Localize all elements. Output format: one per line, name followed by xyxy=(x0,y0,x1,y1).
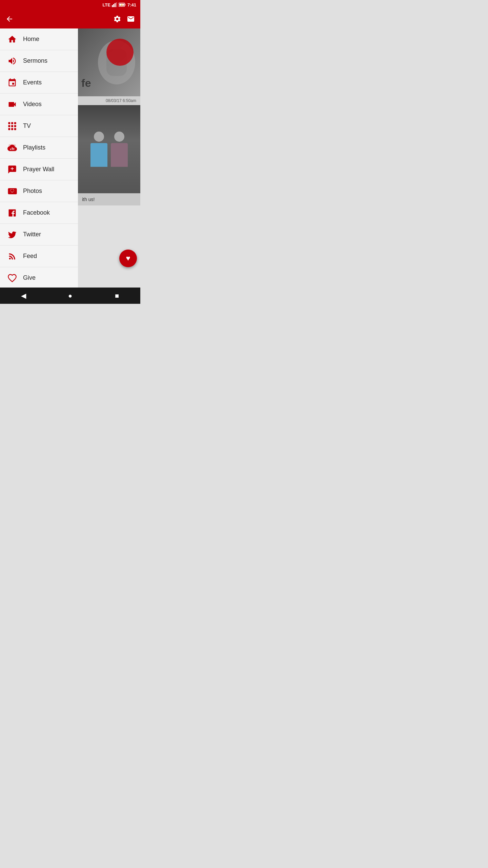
person-2 xyxy=(111,132,128,167)
person-2-body xyxy=(111,143,128,167)
nav-square-button[interactable]: ■ xyxy=(107,288,127,304)
sidebar-item-give[interactable]: Give xyxy=(0,267,78,288)
prayer-wall-label: Prayer Wall xyxy=(23,166,54,173)
photos-label: Photos xyxy=(23,188,42,195)
back-button[interactable] xyxy=(5,15,14,23)
events-label: Events xyxy=(23,79,42,86)
svg-rect-12 xyxy=(11,122,13,124)
person-1-body xyxy=(90,143,107,167)
svg-rect-19 xyxy=(14,128,16,130)
sidebar-item-events[interactable]: Events xyxy=(0,72,78,94)
toolbar-actions xyxy=(113,15,135,23)
nav-home-button[interactable]: ● xyxy=(60,288,80,304)
sidebar-item-prayer-wall[interactable]: Prayer Wall xyxy=(0,159,78,180)
svg-rect-5 xyxy=(125,4,125,6)
content-timestamp: 08/03/17 6:50am xyxy=(78,96,140,105)
svg-rect-30 xyxy=(10,188,14,189)
svg-rect-3 xyxy=(116,2,117,7)
sidebar-item-twitter[interactable]: Twitter xyxy=(0,224,78,245)
nav-back-button[interactable]: ◀ xyxy=(13,288,34,304)
person-1-head xyxy=(94,132,104,142)
hero-image: fe xyxy=(78,28,140,96)
people-silhouette xyxy=(90,132,128,167)
sermons-icon xyxy=(6,56,18,66)
videos-icon xyxy=(6,100,18,109)
svg-rect-22 xyxy=(14,148,14,150)
bottom-navigation: ◀ ● ■ xyxy=(0,288,140,304)
sidebar-item-tv[interactable]: TV xyxy=(0,115,78,137)
person-1 xyxy=(90,132,107,167)
hero-text: fe xyxy=(81,77,91,90)
status-bar: LTE ⚡ 7:41 xyxy=(0,0,140,9)
feed-label: Feed xyxy=(23,253,37,260)
photo-card xyxy=(78,105,140,193)
svg-rect-16 xyxy=(14,125,16,127)
status-icons: LTE ⚡ 7:41 xyxy=(102,2,136,7)
content-caption: ith us! xyxy=(78,193,140,205)
person-2-head xyxy=(114,132,124,142)
home-icon xyxy=(6,35,18,44)
main-content: Home Sermons Events xyxy=(0,28,140,288)
svg-rect-20 xyxy=(10,149,11,150)
sidebar-item-facebook[interactable]: Facebook xyxy=(0,202,78,224)
sidebar-item-playlists[interactable]: Playlists xyxy=(0,137,78,159)
svg-text:⚡: ⚡ xyxy=(120,3,123,6)
tv-label: TV xyxy=(23,122,31,130)
settings-button[interactable] xyxy=(113,15,121,23)
signal-indicator: LTE xyxy=(102,2,110,7)
svg-rect-15 xyxy=(11,125,13,127)
home-label: Home xyxy=(23,36,39,43)
feed-icon xyxy=(6,252,18,261)
right-content-panel: fe 08/03/17 6:50am ith us! xyxy=(78,28,140,288)
tv-icon xyxy=(6,121,18,131)
svg-rect-11 xyxy=(8,122,10,124)
playlists-label: Playlists xyxy=(23,144,45,151)
svg-rect-24 xyxy=(11,168,14,169)
heart-icon: ♥ xyxy=(126,254,130,263)
svg-rect-1 xyxy=(113,4,114,7)
svg-rect-0 xyxy=(112,5,113,7)
twitter-icon xyxy=(6,230,18,239)
sidebar-item-photos[interactable]: Photos xyxy=(0,180,78,202)
playlists-icon xyxy=(6,143,18,153)
time-display: 7:41 xyxy=(127,2,136,7)
facebook-icon xyxy=(6,208,18,218)
svg-rect-2 xyxy=(115,3,116,7)
signal-bars-icon xyxy=(112,2,117,7)
sidebar-item-sermons[interactable]: Sermons xyxy=(0,50,78,72)
facebook-label: Facebook xyxy=(23,209,50,216)
give-label: Give xyxy=(23,274,36,281)
svg-rect-18 xyxy=(11,128,13,130)
svg-rect-21 xyxy=(12,147,13,150)
svg-rect-17 xyxy=(8,128,10,130)
prayer-wall-icon xyxy=(6,165,18,174)
sidebar-drawer: Home Sermons Events xyxy=(0,28,78,288)
battery-icon: ⚡ xyxy=(119,2,126,7)
photo-background xyxy=(78,105,140,193)
sidebar-item-videos[interactable]: Videos xyxy=(0,94,78,115)
mail-button[interactable] xyxy=(127,15,135,23)
svg-rect-13 xyxy=(14,122,16,124)
svg-rect-14 xyxy=(8,125,10,127)
app-toolbar xyxy=(0,9,140,28)
videos-label: Videos xyxy=(23,101,42,108)
give-icon xyxy=(6,273,18,283)
events-icon xyxy=(6,78,18,87)
sidebar-item-home[interactable]: Home xyxy=(0,28,78,50)
photos-icon xyxy=(6,186,18,196)
svg-rect-10 xyxy=(12,36,13,37)
twitter-label: Twitter xyxy=(23,231,41,238)
red-circle-decoration xyxy=(106,39,134,66)
sidebar-item-feed[interactable]: Feed xyxy=(0,245,78,267)
sermons-label: Sermons xyxy=(23,57,47,64)
fab-love-button[interactable]: ♥ xyxy=(119,250,137,267)
